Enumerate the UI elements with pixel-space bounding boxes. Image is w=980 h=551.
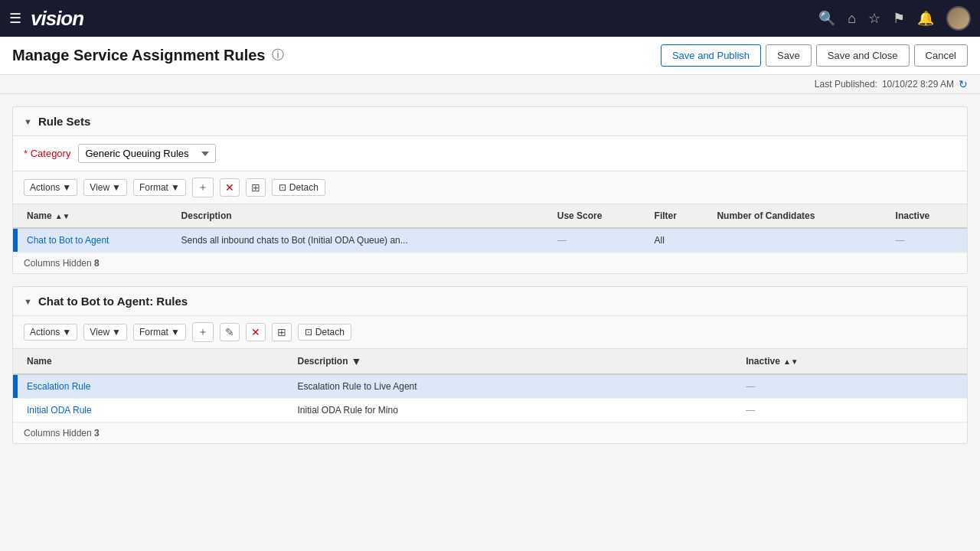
actions-chevron-icon: ▼ <box>62 182 71 193</box>
category-label: * Category <box>24 148 70 159</box>
rules-title: Chat to Bot to Agent: Rules <box>38 295 188 308</box>
freeze-button[interactable]: ⊞ <box>246 178 266 197</box>
category-row: * Category Generic Queuing Rules <box>13 136 967 171</box>
rule-sets-section: ▼ Rule Sets * Category Generic Queuing R… <box>12 106 968 274</box>
avatar[interactable] <box>946 6 971 31</box>
rule-inactive-2: — <box>737 399 967 422</box>
save-button[interactable]: Save <box>766 44 812 67</box>
delete-row-button[interactable]: ✕ <box>220 178 240 197</box>
rules-col-description: Description ▼ <box>288 349 737 374</box>
rules-view-chevron-icon: ▼ <box>112 327 121 337</box>
star-icon[interactable]: ☆ <box>868 10 880 27</box>
rules-view-button[interactable]: View ▼ <box>83 324 127 341</box>
top-bar: ☰ vision 🔍 ⌂ ☆ ⚑ 🔔 <box>0 0 980 37</box>
rules-actions-button[interactable]: Actions ▼ <box>24 324 77 341</box>
rules-detach-icon: ⊡ <box>305 327 312 337</box>
rule-sets-toolbar: Actions ▼ View ▼ Format ▼ ＋ ✕ ⊞ ⊡ Detach <box>13 171 967 204</box>
rule-sets-format-button[interactable]: Format ▼ <box>133 179 186 196</box>
rule-set-inactive: — <box>887 228 967 253</box>
rules-table-wrap: Name Description ▼ Inactive ▲▼ <box>13 349 967 422</box>
table-row[interactable]: Initial ODA Rule Initial ODA Rule for Mi… <box>13 399 967 422</box>
rules-section: ▼ Chat to Bot to Agent: Rules Actions ▼ … <box>12 286 968 444</box>
col-filter: Filter <box>645 204 708 228</box>
rule-set-description: Sends all inbound chats to Bot (Initial … <box>172 228 548 253</box>
last-published-label: Last Published: <box>815 79 877 90</box>
rule-sets-title: Rule Sets <box>38 115 90 128</box>
flag-icon[interactable]: ⚑ <box>893 10 905 27</box>
rule-sets-columns-hidden: Columns Hidden 8 <box>13 253 967 273</box>
col-use-score: Use Score <box>548 204 645 228</box>
sort-desc-icon[interactable]: ▼ <box>351 355 362 367</box>
page-header: Manage Service Assignment Rules ⓘ Save a… <box>0 37 980 75</box>
rules-detach-button[interactable]: ⊡ Detach <box>298 324 351 341</box>
rules-col-inactive: Inactive ▲▼ <box>737 349 967 374</box>
category-select[interactable]: Generic Queuing Rules <box>78 144 216 163</box>
page-title: Manage Service Assignment Rules <box>12 47 266 64</box>
page-title-area: Manage Service Assignment Rules ⓘ <box>12 47 284 64</box>
rules-edit-button[interactable]: ✎ <box>220 323 240 341</box>
rules-columns-hidden: Columns Hidden 3 <box>13 422 967 443</box>
col-name: Name ▲▼ <box>18 204 172 228</box>
cancel-button[interactable]: Cancel <box>914 44 968 67</box>
last-published-bar: Last Published: 10/10/22 8:29 AM ↻ <box>0 75 980 94</box>
col-inactive: Inactive <box>887 204 967 228</box>
add-row-button[interactable]: ＋ <box>192 178 214 197</box>
page-actions: Save and Publish Save Save and Close Can… <box>661 44 968 67</box>
app-logo: vision <box>31 7 83 31</box>
rule-sets-view-button[interactable]: View ▼ <box>83 179 127 196</box>
rule-set-use-score: — <box>548 228 645 253</box>
detach-icon: ⊡ <box>279 182 286 193</box>
hamburger-icon[interactable]: ☰ <box>9 10 21 27</box>
rules-table: Name Description ▼ Inactive ▲▼ <box>13 349 967 422</box>
home-icon[interactable]: ⌂ <box>848 11 856 27</box>
rules-col-name: Name <box>18 349 288 374</box>
sort-inactive-icon[interactable]: ▲▼ <box>783 357 799 366</box>
rules-freeze-button[interactable]: ⊞ <box>272 323 292 341</box>
rule-sets-actions-button[interactable]: Actions ▼ <box>24 179 77 196</box>
rules-format-button[interactable]: Format ▼ <box>133 324 186 341</box>
rules-format-chevron-icon: ▼ <box>171 327 180 337</box>
format-chevron-icon: ▼ <box>171 182 180 193</box>
rules-toolbar: Actions ▼ View ▼ Format ▼ ＋ ✎ ✕ ⊞ ⊡ Deta… <box>13 316 967 349</box>
rule-name-link-2[interactable]: Initial ODA Rule <box>27 405 92 416</box>
rules-actions-chevron-icon: ▼ <box>62 327 71 337</box>
table-row[interactable]: Escalation Rule Escalation Rule to Live … <box>13 374 967 399</box>
rule-set-filter: All <box>645 228 708 253</box>
help-icon[interactable]: ⓘ <box>272 47 284 64</box>
rule-sets-table: Name ▲▼ Description Use Score Filter Num… <box>13 204 967 253</box>
rule-set-num-candidates <box>707 228 886 253</box>
bell-icon[interactable]: 🔔 <box>917 10 934 27</box>
col-num-candidates: Number of Candidates <box>707 204 886 228</box>
top-bar-icons: 🔍 ⌂ ☆ ⚑ 🔔 <box>818 6 971 31</box>
table-row[interactable]: Chat to Bot to Agent Sends all inbound c… <box>13 228 967 253</box>
view-chevron-icon: ▼ <box>112 182 121 193</box>
detach-button[interactable]: ⊡ Detach <box>272 179 325 196</box>
refresh-icon[interactable]: ↻ <box>959 78 968 90</box>
rule-description-2: Initial ODA Rule for Mino <box>288 399 737 422</box>
sort-icons-name[interactable]: ▲▼ <box>55 210 70 221</box>
rule-description-1: Escalation Rule to Live Agent <box>288 374 737 399</box>
rule-name-link-1[interactable]: Escalation Rule <box>27 381 90 392</box>
search-icon[interactable]: 🔍 <box>818 10 835 27</box>
save-and-close-button[interactable]: Save and Close <box>816 44 910 67</box>
rule-sets-toggle[interactable]: ▼ <box>24 117 32 126</box>
rules-add-button[interactable]: ＋ <box>192 322 214 342</box>
rules-toggle[interactable]: ▼ <box>24 297 32 306</box>
last-published-value: 10/10/22 8:29 AM <box>882 79 954 90</box>
main-content: ▼ Rule Sets * Category Generic Queuing R… <box>0 94 980 468</box>
rule-inactive-1: — <box>737 374 967 399</box>
col-description: Description <box>172 204 548 228</box>
save-and-publish-button[interactable]: Save and Publish <box>661 44 761 67</box>
rule-sets-header: ▼ Rule Sets <box>13 107 967 136</box>
rules-delete-button[interactable]: ✕ <box>246 323 266 341</box>
rule-set-name-link[interactable]: Chat to Bot to Agent <box>27 235 109 246</box>
rules-header: ▼ Chat to Bot to Agent: Rules <box>13 287 967 316</box>
rule-sets-table-wrap: Name ▲▼ Description Use Score Filter Num… <box>13 204 967 253</box>
